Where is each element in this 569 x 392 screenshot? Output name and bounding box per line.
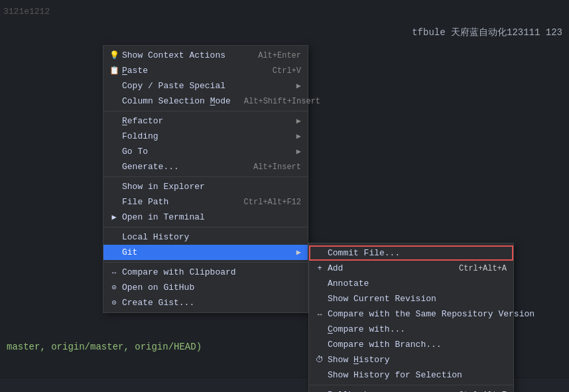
submenu-separator-1 [309, 385, 513, 385]
history-icon: ⏱ [314, 355, 325, 365]
separator-1 [103, 111, 308, 111]
menu-item-open-github[interactable]: ⊙ Open on GitHub [103, 280, 308, 295]
gist-icon: ⊙ [109, 298, 119, 308]
compare-clipboard-icon: ↔ [109, 269, 119, 277]
submenu-item-rollback[interactable]: ↩ Rollback... Ctrl+Alt+Z [309, 387, 513, 392]
context-menu: 💡 Show Context Actions Alt+Enter 📋 Paste… [103, 45, 308, 313]
menu-item-compare-clipboard[interactable]: ↔ Compare with Clipboard [103, 265, 308, 280]
terminal-icon: ▶ [109, 212, 119, 222]
submenu-item-compare-same-repo[interactable]: ↔ Compare with the Same Repository Versi… [309, 306, 513, 322]
add-icon: + [314, 264, 325, 273]
separator-4 [103, 262, 308, 263]
paste-icon: 📋 [109, 66, 119, 76]
menu-item-column-selection[interactable]: Column Selection Mode Alt+Shift+Insert [103, 94, 308, 109]
separator-2 [103, 176, 308, 177]
light-bulb-icon: 💡 [109, 50, 119, 60]
menu-item-folding[interactable]: Folding ▶ [103, 129, 308, 144]
editor-top-right-text: tfbule 天府蓝自动化123111 123 [412, 27, 562, 38]
menu-item-go-to[interactable]: Go To ▶ [103, 144, 308, 159]
menu-item-copy-paste-special[interactable]: Copy / Paste Special ▶ [103, 78, 308, 94]
submenu-item-compare-branch[interactable]: Compare with Branch... [309, 337, 513, 352]
submenu-item-show-current-revision[interactable]: Show Current Revision [309, 291, 513, 306]
separator-3 [103, 227, 308, 228]
submenu-item-compare-with[interactable]: Compare with... [309, 322, 513, 337]
menu-item-show-in-explorer[interactable]: Show in Explorer [103, 179, 308, 194]
menu-item-show-context-actions[interactable]: 💡 Show Context Actions Alt+Enter [103, 48, 308, 63]
menu-item-generate[interactable]: Generate... Alt+Insert [103, 159, 308, 174]
commit-file-wrapper: Commit File... [309, 245, 513, 261]
menu-item-file-path[interactable]: File Path Ctrl+Alt+F12 [103, 194, 308, 210]
compare-icon: ↔ [314, 310, 325, 318]
submenu-item-add[interactable]: + Add Ctrl+Alt+A [309, 261, 513, 276]
menu-item-paste[interactable]: 📋 Paste Ctrl+V [103, 63, 308, 78]
git-submenu: Commit File... + Add Ctrl+Alt+A Annotate… [308, 243, 514, 392]
submenu-item-commit-file[interactable]: Commit File... [309, 245, 513, 261]
submenu-item-show-history-selection[interactable]: Show History for Selection [309, 367, 513, 383]
menu-item-local-history[interactable]: Local History [103, 229, 308, 245]
menu-item-git[interactable]: Git ▶ Commit File... + Add Ctrl+Alt+A An… [103, 245, 308, 260]
submenu-item-show-history[interactable]: ⏱ Show History [309, 352, 513, 367]
menu-item-open-in-terminal[interactable]: ▶ Open in Terminal [103, 210, 308, 225]
submenu-item-annotate[interactable]: Annotate [309, 276, 513, 291]
menu-item-create-gist[interactable]: ⊙ Create Gist... [103, 295, 308, 310]
github-icon: ⊙ [109, 283, 119, 293]
editor-bottom-left-text: master, origin/master, origin/HEAD) [7, 342, 202, 352]
menu-item-refactor[interactable]: Refactor ▶ [103, 113, 308, 129]
gutter-line: 3121e1212 [0, 7, 50, 17]
